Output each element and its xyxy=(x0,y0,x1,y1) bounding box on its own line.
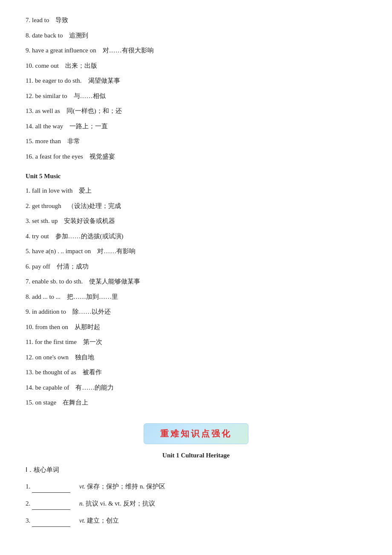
list-item: 2. n. 抗议 vi. & vt. 反对；抗议 xyxy=(26,495,366,512)
fill-items-list: 1. vt. 保存；保护；维持 n. 保护区2. n. 抗议 vi. & vt.… xyxy=(26,478,366,529)
list-item: 7. enable sb. to do sth. 使某人能够做某事 xyxy=(26,274,366,289)
list-item: 1. vt. 保存；保护；维持 n. 保护区 xyxy=(26,478,366,495)
list-item: 14. be capable of 有……的能力 xyxy=(26,380,366,396)
list-item: 13. as well as 同(一样也)；和；还 xyxy=(26,104,366,119)
list-item: 12. on one's own 独自地 xyxy=(26,350,366,365)
list-item: 10. come out 出来；出版 xyxy=(26,58,366,74)
list-item: 13. be thought of as 被看作 xyxy=(26,365,366,380)
banner: 重难知识点强化 xyxy=(144,423,248,444)
unit5-phrase-list: 1. fall in love with 爱上2. get through （设… xyxy=(26,183,366,410)
unit4-phrase-list: 7. lead to 导致8. date back to 追溯到9. have … xyxy=(26,13,366,164)
unit5-title: Unit 5 Music xyxy=(26,173,366,180)
unit1-title: Unit 1 Cultural Heritage xyxy=(26,452,366,459)
banner-box: 重难知识点强化 xyxy=(26,423,366,444)
list-item: 3. set sth. up 安装好设备或机器 xyxy=(26,214,366,229)
list-item: 9. in addition to 除……以外还 xyxy=(26,304,366,320)
list-item: 14. all the way 一路上；一直 xyxy=(26,119,366,134)
list-item: 5. have a(n) . .. impact on 对……有影响 xyxy=(26,244,366,259)
list-item: 8. date back to 追溯到 xyxy=(26,28,366,43)
list-item: 2. get through （设法)处理；完成 xyxy=(26,199,366,214)
list-item: 12. be similar to 与……相似 xyxy=(26,89,366,104)
list-item: 4. try out 参加……的选拔(或试演) xyxy=(26,229,366,244)
list-item: 11. be eager to do sth. 渴望做某事 xyxy=(26,73,366,89)
list-item: 6. pay off 付清；成功 xyxy=(26,259,366,275)
list-item: 15. on stage 在舞台上 xyxy=(26,395,366,410)
list-item: 7. lead to 导致 xyxy=(26,13,366,28)
list-item: 8. add ... to ... 把……加到……里 xyxy=(26,289,366,305)
list-item: 3. vt. 建立；创立 xyxy=(26,512,366,529)
list-item: 9. have a great influence on 对……有很大影响 xyxy=(26,43,366,58)
list-item: 11. for the first time 第一次 xyxy=(26,335,366,350)
section-label: Ⅰ．核心单词 xyxy=(26,466,366,474)
list-item: 16. a feast for the eyes 视觉盛宴 xyxy=(26,149,366,165)
list-item: 10. from then on 从那时起 xyxy=(26,320,366,335)
list-item: 1. fall in love with 爱上 xyxy=(26,183,366,199)
list-item: 15. more than 非常 xyxy=(26,134,366,149)
